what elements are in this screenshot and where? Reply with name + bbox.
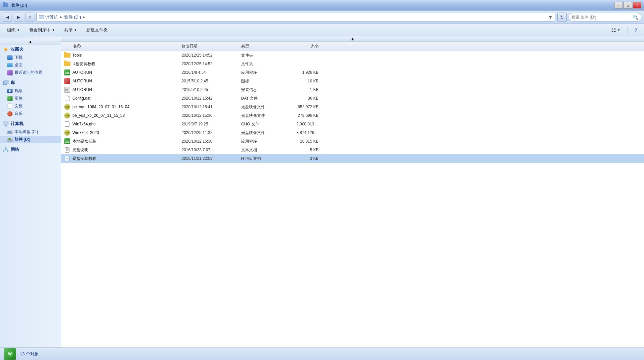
file-name-cell: ISO pe_yqs_1064_20_07_31_16_04 <box>63 104 182 110</box>
minimize-button[interactable]: — <box>614 2 623 9</box>
file-name-cell: EXE AUTORUN <box>63 69 182 76</box>
table-row[interactable]: EXE 本地硬盘安装 2020/10/12 15:30 应用程序 28,315 … <box>61 137 644 146</box>
sidebar-item-video[interactable]: 视频 <box>0 87 61 95</box>
table-row[interactable]: Config.dat 2020/10/12 15:42 DAT 文件 36 KB <box>61 94 644 103</box>
desktop-label: 桌面 <box>15 62 22 68</box>
file-type-cell: 应用程序 <box>241 70 284 75</box>
breadcrumb-computer[interactable]: 计算机 <box>45 14 58 20</box>
col-size-header[interactable]: 大小 <box>284 43 324 49</box>
addressbar: ◀ ▶ ⇧ 计算机 ► 软件 (D:) ► ▼ ↻ 🔍 <box>0 11 644 24</box>
table-row[interactable]: Tools 2020/12/25 14:52 文件夹 <box>61 51 644 60</box>
file-name-cell: ISO Win7x64_2020 <box>63 129 182 136</box>
table-row[interactable]: ISO pe_yqs_1064_20_07_31_16_04 2020/10/1… <box>61 103 644 111</box>
image-icon <box>7 96 13 101</box>
table-row[interactable]: Win7x64.gho 2019/9/7 19:25 GHO 文件 2,900,… <box>61 120 644 128</box>
table-row[interactable]: U盘安装教程 2020/12/25 14:52 文件夹 <box>61 60 644 68</box>
back-button[interactable]: ◀ <box>3 13 12 22</box>
favorites-label: 收藏夹 <box>11 46 23 52</box>
search-bar[interactable]: 🔍 <box>569 13 641 22</box>
sidebar-network-header[interactable]: 网络 <box>0 145 61 154</box>
search-icon: 🔍 <box>633 15 638 20</box>
computer-icon <box>39 15 44 19</box>
file-type-cell: GHO 文件 <box>241 121 284 127</box>
file-date-cell: 2019/9/7 19:25 <box>182 122 241 126</box>
file-date-cell: 2016/1/8 4:54 <box>182 70 241 75</box>
breadcrumb[interactable]: 计算机 ► 软件 (D:) ► ▼ <box>36 13 555 22</box>
recent-icon <box>7 70 13 75</box>
file-size-cell: 279,696 KB <box>284 113 324 118</box>
drive-c-label: 本地磁盘 (C:) <box>15 129 38 135</box>
file-type-cell: 文本文档 <box>241 147 284 153</box>
refresh-button[interactable]: ↻ <box>557 13 567 22</box>
sidebar-item-recent[interactable]: 最近访问的位置 <box>0 69 61 76</box>
sidebar-item-drive-d[interactable]: 软件 (D:) <box>0 136 61 143</box>
file-size-cell: 652,072 KB <box>284 105 324 109</box>
sidebar-item-download[interactable]: 下载 <box>0 54 61 61</box>
table-row[interactable]: INF AUTORUN 2015/5/10 2:45 安装信息 1 KB <box>61 85 644 94</box>
col-name-header[interactable]: 名称 <box>63 43 182 49</box>
file-name-cell: INF AUTORUN <box>63 86 182 93</box>
scroll-up[interactable]: ▲ <box>0 39 61 45</box>
file-icon <box>64 147 70 153</box>
sidebar-item-music[interactable]: ♪ 音乐 <box>0 110 61 117</box>
library-icon <box>3 80 9 86</box>
view-button[interactable]: ☷ ▼ <box>607 25 624 35</box>
file-date-cell: 2020/10/12 15:42 <box>182 96 241 101</box>
file-size-cell: 1,926 KB <box>284 70 324 75</box>
include-library-dropdown-icon: ▼ <box>52 28 55 32</box>
breadcrumb-dropdown[interactable]: ▼ <box>548 14 553 20</box>
close-button[interactable]: ✕ <box>633 2 641 9</box>
sidebar-item-document[interactable]: 文档 <box>0 102 61 110</box>
file-date-cell: 2020/10/12 15:30 <box>182 139 241 144</box>
sidebar-item-desktop[interactable]: 桌面 <box>0 61 61 69</box>
file-size-cell: 2,900,813 ... <box>284 122 324 126</box>
file-date-cell: 2015/5/10 2:45 <box>182 79 241 83</box>
network-label: 网络 <box>11 147 19 153</box>
up-button[interactable]: ⇧ <box>25 13 34 22</box>
svg-rect-4 <box>4 126 8 126</box>
new-folder-button[interactable]: 新建文件夹 <box>82 25 112 35</box>
table-row[interactable]: e 硬盘安装教程 2016/11/21 22:03 HTML 文档 3 KB <box>61 154 644 163</box>
table-row[interactable]: ISO pe_yqs_xp_20_07_31_15_53 2020/10/12 … <box>61 111 644 120</box>
help-button[interactable]: ? <box>630 25 641 35</box>
organize-button[interactable]: 组织 ▼ <box>3 25 24 35</box>
file-icon <box>64 61 70 67</box>
svg-point-6 <box>3 151 5 152</box>
file-type-cell: 安装信息 <box>241 87 284 93</box>
sidebar-item-drive-c[interactable]: 本地磁盘 (C:) <box>0 128 61 136</box>
sidebar-favorites-section: ★ 收藏夹 下载 桌面 最近访问的位置 <box>0 45 61 76</box>
include-library-button[interactable]: 包含到库中 ▼ <box>25 25 59 35</box>
sidebar-computer-header[interactable]: 计算机 <box>0 119 61 128</box>
file-icon: ISO <box>64 112 70 119</box>
table-row[interactable]: 光盘说明 2016/10/23 7:07 文本文档 5 KB <box>61 146 644 154</box>
share-button[interactable]: 共享 ▼ <box>60 25 81 35</box>
col-type-header[interactable]: 类型 <box>241 43 284 49</box>
svg-rect-2 <box>3 121 9 125</box>
sidebar-library-header[interactable]: 库 <box>0 78 61 87</box>
sidebar-computer-section: 计算机 本地磁盘 (C:) 软件 (D:) <box>0 119 61 143</box>
sidebar-item-image[interactable]: 图片 <box>0 95 61 102</box>
music-icon: ♪ <box>7 111 13 116</box>
file-name-cell: Win7x64.gho <box>63 121 182 127</box>
breadcrumb-drive[interactable]: 软件 (D:) <box>64 14 81 20</box>
file-name-cell: AUTORUN <box>63 78 182 84</box>
view-dropdown-icon: ▼ <box>617 28 620 32</box>
file-type-cell: 光盘映像文件 <box>241 113 284 118</box>
drive-d-icon <box>7 137 13 142</box>
sidebar-favorites-header[interactable]: ★ 收藏夹 <box>0 45 61 54</box>
drive-c-icon <box>7 129 13 135</box>
file-area: ▲ 名称 修改日期 类型 大小 Tools 2020/12/25 14:52 文… <box>61 36 644 347</box>
file-name-cell: ISO pe_yqs_xp_20_07_31_15_53 <box>63 112 182 119</box>
window-title: 软件 (D:) <box>11 3 27 8</box>
forward-button[interactable]: ▶ <box>14 13 23 22</box>
col-date-header[interactable]: 修改日期 <box>182 43 241 49</box>
maximize-button[interactable]: □ <box>623 2 632 9</box>
file-size-cell: 5 KB <box>284 148 324 152</box>
file-name-cell: 光盘说明 <box>63 147 182 153</box>
file-scroll-up[interactable]: ▲ <box>61 36 644 42</box>
table-row[interactable]: EXE AUTORUN 2016/1/8 4:54 应用程序 1,926 KB <box>61 68 644 77</box>
file-name-cell: e 硬盘安装教程 <box>63 155 182 162</box>
table-row[interactable]: AUTORUN 2015/5/10 2:45 图标 10 KB <box>61 77 644 85</box>
search-input[interactable] <box>572 15 631 20</box>
table-row[interactable]: ISO Win7x64_2020 2020/12/25 11:32 光盘映像文件… <box>61 128 644 137</box>
